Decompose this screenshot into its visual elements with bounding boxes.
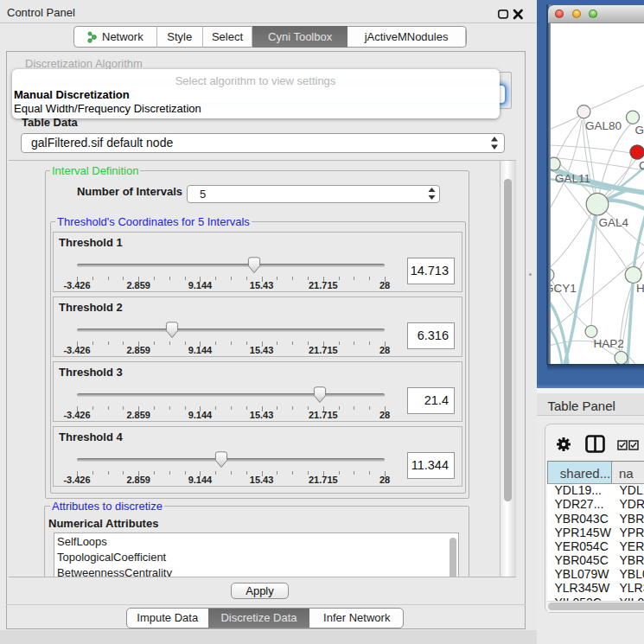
svg-text:GAL80: GAL80 bbox=[585, 119, 622, 132]
svg-text:HAP2: HAP2 bbox=[594, 337, 624, 350]
svg-text:GA: GA bbox=[635, 124, 644, 137]
svg-text:GAL11: GAL11 bbox=[555, 172, 590, 185]
svg-text:H: H bbox=[636, 282, 644, 295]
svg-text:GCY1: GCY1 bbox=[551, 282, 577, 295]
svg-text:GAL4: GAL4 bbox=[599, 216, 629, 229]
svg-text:C: C bbox=[639, 159, 644, 172]
